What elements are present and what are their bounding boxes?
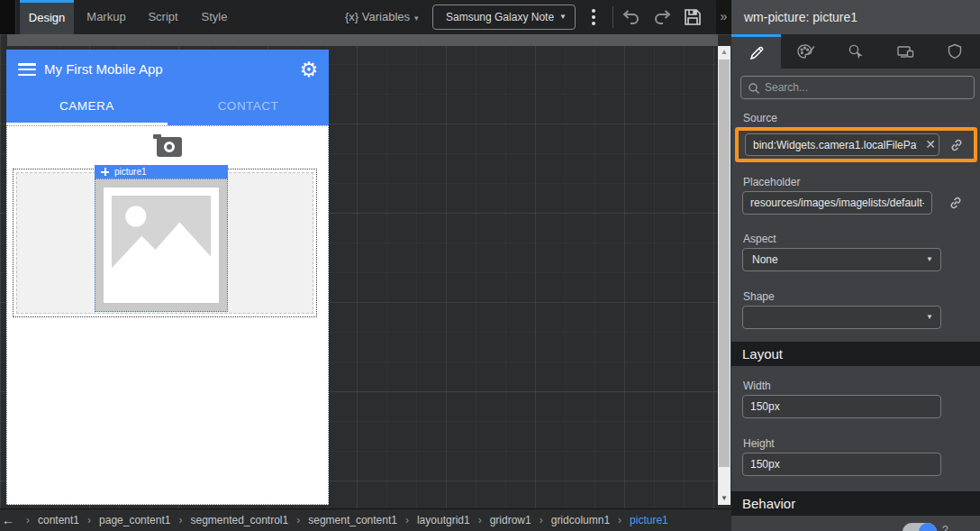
source-label: Source (743, 112, 777, 124)
toolbar-divider (612, 6, 613, 28)
save-icon[interactable] (682, 6, 705, 28)
height-input[interactable] (742, 453, 941, 476)
variables-menu[interactable]: {x} Variables▾ (345, 0, 419, 34)
scrollbar-thumb[interactable] (719, 60, 730, 467)
scroll-down-arrow-icon[interactable]: ▼ (718, 492, 730, 505)
behavior-section-header: Behavior (731, 491, 980, 516)
redo-icon[interactable] (652, 6, 676, 28)
bind-link-icon[interactable] (948, 137, 965, 153)
segmented-control: CAMERA CONTACT (6, 89, 329, 125)
properties-panel: wm-picture: picture1 (731, 0, 980, 531)
aspect-label: Aspect (743, 233, 776, 245)
search-input[interactable] (765, 77, 970, 98)
tab-markup[interactable]: Markup (79, 0, 133, 34)
widget-breadcrumb: ← › content1 › page_content1 › segmented… (0, 508, 731, 531)
pencil-icon (748, 44, 766, 62)
page-content-area[interactable]: picture1 (6, 125, 329, 505)
breadcrumb-separator: › (618, 514, 622, 526)
breadcrumb-separator: › (26, 514, 30, 526)
breadcrumb-separator: › (296, 514, 300, 526)
bind-link-icon[interactable] (948, 195, 964, 211)
clear-binding-icon[interactable]: ✕ (921, 133, 939, 156)
chevron-down-icon: ▾ (414, 14, 419, 23)
more-options-kebab-icon[interactable] (588, 7, 599, 27)
tab-events[interactable] (830, 34, 880, 69)
breadcrumb-item-content1[interactable]: content1 (38, 514, 79, 526)
top-toolbar: Design Markup Script Style {x} Variables… (0, 0, 731, 34)
breadcrumb-separator: › (540, 514, 543, 526)
breadcrumb-back-arrow-icon[interactable]: ← (2, 513, 14, 527)
magnifier-cursor-icon (846, 42, 866, 60)
devices-icon (895, 42, 916, 60)
inspector-icon-tabs (731, 34, 980, 69)
panel-collapse-icon[interactable]: » (716, 0, 731, 34)
breadcrumb-separator: › (178, 514, 182, 526)
mobile-page-preview[interactable]: My First Mobile App ⚙ CAMERA CONTACT pic… (6, 50, 329, 505)
breadcrumb-item-gridcolumn1[interactable]: gridcolumn1 (551, 514, 610, 526)
breadcrumb-separator: › (87, 514, 91, 526)
width-label: Width (743, 380, 771, 392)
dropdown-caret-icon: ▼ (926, 307, 933, 328)
segment-tab-contact[interactable]: CONTACT (168, 89, 329, 125)
canvas-horizontal-scrollbar[interactable] (7, 34, 718, 46)
selected-widget-title: wm-picture: picture1 (731, 0, 980, 34)
breadcrumb-item-segmented-control1[interactable]: segmented_control1 (190, 514, 288, 526)
tab-styles[interactable] (781, 34, 830, 69)
move-cross-icon (101, 168, 109, 176)
property-search[interactable] (740, 76, 975, 99)
shape-select[interactable]: ▼ (742, 306, 941, 329)
search-icon (748, 82, 760, 95)
mobile-app-title: My First Mobile App (44, 50, 163, 89)
tab-design[interactable]: Design (20, 0, 74, 34)
camera-widget-icon[interactable] (157, 137, 182, 157)
layout-section-header: Layout (731, 342, 980, 366)
source-input[interactable] (745, 133, 939, 156)
placeholder-label: Placeholder (743, 176, 800, 188)
left-panel-collapsed-strip[interactable] (0, 0, 16, 34)
image-placeholder-icon (104, 188, 219, 303)
aspect-select[interactable]: None ▼ (742, 248, 941, 271)
inspector-body: Source ✕ Placeholder Aspect None (731, 69, 980, 531)
source-bind-highlight: ✕ (735, 127, 977, 162)
mobile-app-header: My First Mobile App ⚙ (6, 50, 329, 89)
hamburger-menu-icon[interactable] (18, 63, 36, 76)
breadcrumb-separator: › (478, 514, 482, 526)
breadcrumb-item-picture1[interactable]: picture1 (630, 514, 668, 526)
picture-widget-tag-label: picture1 (114, 167, 147, 177)
app-designer-window: Design Markup Script Style {x} Variables… (0, 0, 980, 531)
shape-label: Shape (743, 290, 775, 303)
behavior-toggle[interactable] (903, 523, 937, 531)
settings-gear-icon[interactable]: ⚙ (299, 58, 318, 81)
picture-widget-drag-handle[interactable]: picture1 (95, 165, 228, 179)
breadcrumb-item-layoutgrid1[interactable]: layoutgrid1 (417, 514, 470, 526)
height-label: Height (743, 437, 775, 450)
dropdown-caret-icon: ▼ (559, 5, 567, 29)
tab-style[interactable]: Style (193, 0, 236, 34)
aspect-value: None (752, 253, 778, 266)
help-question-icon[interactable]: ? (942, 524, 948, 531)
canvas-vertical-scrollbar[interactable]: ▲ ▼ (718, 46, 730, 505)
design-canvas[interactable]: My First Mobile App ⚙ CAMERA CONTACT pic… (0, 34, 731, 508)
device-selector-dropdown[interactable]: Samsung Galaxy Note III ▼ (432, 5, 576, 30)
scroll-up-arrow-icon[interactable]: ▲ (718, 46, 730, 59)
tab-properties[interactable] (731, 34, 781, 69)
picture-widget[interactable] (95, 179, 228, 312)
tab-devices[interactable] (881, 34, 930, 69)
undo-icon[interactable] (620, 6, 643, 28)
breadcrumb-item-page-content1[interactable]: page_content1 (99, 514, 170, 526)
breadcrumb-item-gridrow1[interactable]: gridrow1 (490, 514, 531, 526)
tab-security[interactable] (930, 34, 980, 69)
palette-brush-icon (796, 42, 816, 60)
dropdown-caret-icon: ▼ (926, 249, 933, 270)
width-input[interactable] (742, 395, 941, 418)
breadcrumb-separator: › (405, 514, 409, 526)
shield-icon (946, 42, 964, 60)
placeholder-input[interactable] (742, 191, 932, 215)
variables-label: {x} Variables (345, 10, 410, 23)
breadcrumb-item-segment-content1[interactable]: segment_content1 (308, 514, 397, 526)
tab-script[interactable]: Script (139, 0, 187, 34)
segment-tab-camera[interactable]: CAMERA (6, 89, 168, 125)
